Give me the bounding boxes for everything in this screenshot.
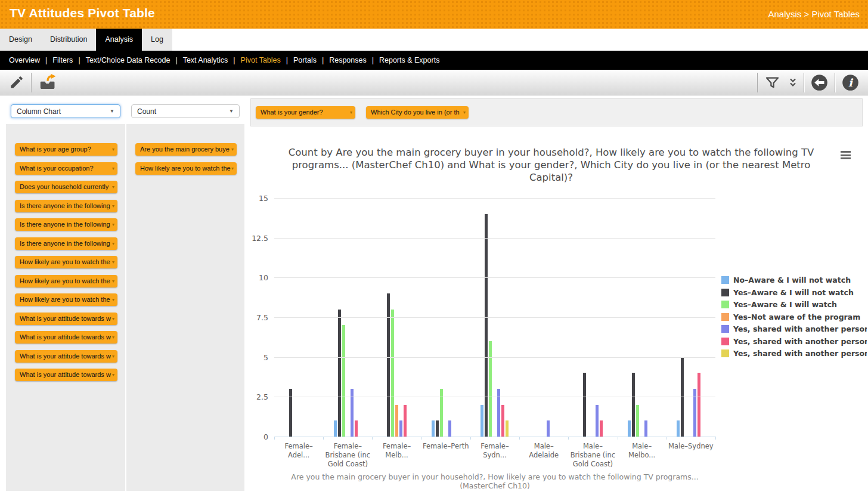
nav-item-overview[interactable]: Overview bbox=[6, 56, 43, 64]
bar bbox=[399, 420, 402, 437]
nav-separator: | bbox=[320, 56, 326, 64]
question-pill[interactable]: What is your occupation?▾ bbox=[15, 162, 117, 175]
question-pill[interactable]: What is your attitude towards w▾ bbox=[15, 350, 117, 363]
info-icon[interactable]: i bbox=[838, 74, 863, 91]
question-pill[interactable]: Does your household currently▾ bbox=[15, 181, 117, 193]
question-pill[interactable]: What is your gender?▾ bbox=[256, 106, 355, 119]
question-pill[interactable]: Are you the main grocery buye▾ bbox=[135, 143, 237, 156]
chevron-down-icon: ▾ bbox=[112, 331, 114, 344]
x-axis-tick bbox=[421, 437, 422, 440]
bar bbox=[338, 310, 341, 437]
legend-item[interactable]: Yes, shared with another person- bbox=[721, 324, 867, 333]
bar bbox=[391, 310, 394, 437]
chart-type-select[interactable]: Column Chart ▼ bbox=[11, 104, 120, 118]
question-pill[interactable]: What is your attitude towards w▾ bbox=[15, 369, 117, 381]
bar bbox=[334, 420, 337, 437]
gridline bbox=[274, 317, 715, 318]
x-axis-label: Male–Brisbane (inc Gold Coast) bbox=[568, 442, 617, 469]
question-pill[interactable]: Is there anyone in the following▾ bbox=[15, 200, 117, 212]
nav-item-reports-exports[interactable]: Reports & Exports bbox=[376, 56, 442, 64]
question-pill[interactable]: Which City do you live in (or th▾ bbox=[366, 106, 469, 119]
collapse-chevrons-icon[interactable] bbox=[785, 78, 801, 88]
bar bbox=[395, 405, 398, 437]
metric-select-value: Count bbox=[137, 107, 156, 116]
nav-item-text-analytics[interactable]: Text Analytics bbox=[180, 56, 231, 64]
chart-type-select-value: Column Chart bbox=[17, 107, 61, 116]
bar bbox=[596, 405, 599, 437]
chevron-down-icon: ▾ bbox=[112, 237, 114, 250]
chevron-down-icon: ▾ bbox=[112, 350, 114, 363]
nav-item-responses[interactable]: Responses bbox=[326, 56, 370, 64]
y-axis-tick-label: 15 bbox=[259, 194, 268, 203]
bar bbox=[600, 420, 603, 437]
tab-log[interactable]: Log bbox=[142, 29, 172, 51]
legend-label: Yes–Aware & I will watch bbox=[733, 300, 837, 309]
legend-swatch bbox=[721, 325, 729, 333]
legend-item[interactable]: Yes–Not aware of the program bbox=[721, 313, 867, 321]
toolbar-divider bbox=[757, 73, 758, 92]
tab-design[interactable]: Design bbox=[0, 29, 41, 51]
toolbar: i bbox=[0, 70, 868, 95]
y-axis-tick-label: 7.5 bbox=[256, 313, 268, 322]
question-pill[interactable]: How likely are you to watch the▾ bbox=[15, 256, 117, 268]
legend-item[interactable]: Yes–Aware & I will watch bbox=[721, 300, 867, 309]
question-pill[interactable]: How likely are you to watch the▾ bbox=[135, 162, 237, 175]
question-pill[interactable]: Is there anyone in the following▾ bbox=[15, 218, 117, 231]
x-axis-label: Male–Adelaide bbox=[519, 442, 568, 469]
chevron-down-icon: ▾ bbox=[112, 293, 114, 306]
edit-pencil-icon[interactable] bbox=[5, 75, 29, 90]
question-pill-label: How likely are you to watch the bbox=[140, 165, 231, 172]
bar bbox=[636, 405, 639, 437]
filter-funnel-icon[interactable] bbox=[760, 75, 785, 91]
back-arrow-icon[interactable] bbox=[807, 74, 832, 91]
question-pill[interactable]: What is your attitude towards w▾ bbox=[15, 331, 117, 344]
tab-distribution[interactable]: Distribution bbox=[41, 29, 97, 51]
bar bbox=[677, 420, 680, 437]
bar bbox=[501, 405, 504, 437]
x-axis-tick bbox=[715, 437, 716, 440]
bar bbox=[436, 420, 439, 437]
y-axis-tick-label: 5 bbox=[264, 352, 268, 361]
legend-item[interactable]: No–Aware & I will not watch bbox=[721, 276, 867, 284]
legend-label: Yes, shared with another person- bbox=[733, 337, 867, 346]
nav-item-filters[interactable]: Filters bbox=[49, 56, 76, 64]
question-pill[interactable]: What is your attitude towards w▾ bbox=[15, 313, 117, 325]
question-pill-label: Which City do you live in (or th bbox=[371, 109, 460, 116]
bar bbox=[440, 389, 443, 437]
pivot-main: What is your gender?▾Which City do you l… bbox=[250, 98, 863, 498]
question-pill[interactable]: What is your age group?▾ bbox=[15, 143, 117, 156]
question-pill-label: Is there anyone in the following bbox=[20, 221, 110, 228]
nav-item-pivot-tables[interactable]: Pivot Tables bbox=[238, 56, 284, 64]
legend-item[interactable]: Yes, shared with another person- bbox=[721, 349, 867, 358]
nav-item-text-choice-data-recode[interactable]: Text/Choice Data Recode bbox=[83, 56, 173, 64]
x-axis-label: Male–Melbo... bbox=[618, 442, 666, 469]
tab-analysis[interactable]: Analysis bbox=[96, 29, 142, 51]
chevron-down-icon: ▾ bbox=[231, 143, 234, 156]
column-chart: Count by Are you the main grocery buyer … bbox=[250, 129, 863, 498]
question-pill[interactable]: Is there anyone in the following▾ bbox=[15, 237, 117, 250]
toolbar-divider bbox=[804, 73, 804, 92]
x-axis-label: Female–Sydn... bbox=[470, 442, 519, 469]
bar bbox=[485, 214, 488, 437]
legend-item[interactable]: Yes, shared with another person- bbox=[721, 337, 867, 346]
chart-context-menu-icon[interactable] bbox=[841, 151, 851, 161]
nav-separator: | bbox=[231, 56, 237, 64]
legend-item[interactable]: Yes–Aware & I will not watch bbox=[721, 288, 867, 297]
nav-separator: | bbox=[43, 56, 49, 64]
x-axis-title: Are you the main grocery buyer in your h… bbox=[274, 472, 715, 490]
question-pill-label: How likely are you to watch the bbox=[20, 258, 110, 265]
legend-swatch bbox=[721, 289, 729, 296]
bar bbox=[351, 389, 354, 437]
chevron-down-icon: ▼ bbox=[110, 109, 114, 114]
y-axis-tick-label: 10 bbox=[259, 273, 268, 282]
metric-select[interactable]: Count ▼ bbox=[131, 104, 240, 118]
bar bbox=[404, 405, 407, 437]
bar bbox=[342, 325, 345, 437]
x-axis-tick bbox=[519, 437, 520, 440]
question-pill[interactable]: How likely are you to watch the▾ bbox=[15, 275, 117, 287]
nav-item-portals[interactable]: Portals bbox=[290, 56, 320, 64]
chevron-down-icon: ▾ bbox=[112, 200, 114, 212]
question-pill[interactable]: How likely are you to watch the▾ bbox=[15, 293, 117, 306]
export-inbox-icon[interactable] bbox=[34, 73, 61, 91]
analysis-subnav: Overview|Filters|Text/Choice Data Recode… bbox=[0, 51, 868, 70]
